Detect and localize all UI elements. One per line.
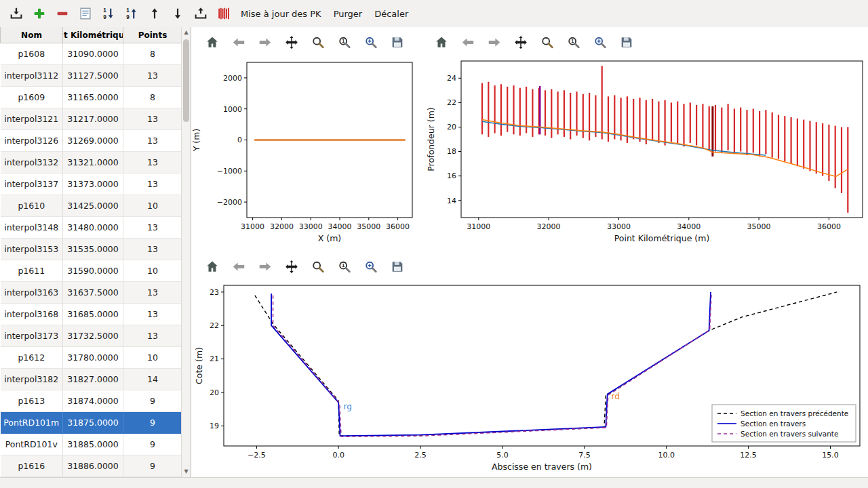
home-button[interactable] xyxy=(202,32,222,52)
table-row[interactable]: interpol316331637.500013 xyxy=(1,282,182,304)
update-pk-button[interactable]: Mise à jour des PK xyxy=(235,3,328,24)
table-cell: 31090.0000 xyxy=(63,43,123,65)
table-row[interactable]: p160831090.00008 xyxy=(1,43,182,65)
save-button[interactable] xyxy=(616,32,637,52)
save-icon xyxy=(390,34,405,51)
svg-text:33000: 33000 xyxy=(299,222,323,231)
table-cell: p1610 xyxy=(1,195,63,217)
cross-section-chart[interactable]: −2.50.02.55.07.510.012.515.01920212223Ab… xyxy=(191,281,868,477)
zoom-button[interactable] xyxy=(537,32,557,52)
shift-button[interactable]: Décaler xyxy=(368,3,414,24)
main-toolbar: 1919 Mise à jour des PK Purger Décaler xyxy=(0,0,868,27)
home-button[interactable] xyxy=(202,256,222,277)
zoom-original-button[interactable]: 1 xyxy=(334,256,355,277)
svg-text:Y (m): Y (m) xyxy=(191,129,201,152)
table-row[interactable]: p161031425.000010 xyxy=(1,195,182,217)
scrollbar-thumb[interactable] xyxy=(183,39,189,122)
table-cell: interpol3173 xyxy=(1,325,63,347)
pan-icon xyxy=(284,258,299,275)
move-down-button[interactable] xyxy=(167,3,189,24)
forward-button[interactable] xyxy=(484,32,505,52)
svg-text:5.0: 5.0 xyxy=(496,451,509,460)
zoom-button[interactable] xyxy=(308,32,328,52)
table-cell: p1611 xyxy=(1,260,63,282)
zoom-original-button[interactable]: 1 xyxy=(334,32,355,52)
save-button[interactable] xyxy=(387,32,408,52)
longitudinal-profile-chart[interactable]: 3100032000330003400035000360001416182022… xyxy=(420,57,868,251)
sort-asc-button[interactable]: 19 xyxy=(121,3,142,24)
pan-button[interactable] xyxy=(281,256,302,277)
table-cell: 8 xyxy=(123,87,182,108)
save-button[interactable] xyxy=(387,256,408,277)
table-row[interactable]: interpol312131217.000013 xyxy=(1,108,182,130)
purge-button[interactable]: Purger xyxy=(328,3,369,24)
cross-section-plot-toolbar: 1 xyxy=(191,251,868,281)
table-row[interactable]: PontRD101v31885.00009 xyxy=(1,434,182,455)
scroll-down-button[interactable]: ▼ xyxy=(182,467,191,476)
svg-text:32000: 32000 xyxy=(537,222,561,231)
home-button[interactable] xyxy=(431,32,452,52)
sort-desc-button[interactable]: 19 xyxy=(98,3,119,24)
table-row[interactable]: p160931165.00008 xyxy=(1,87,182,108)
svg-text:9: 9 xyxy=(126,14,130,20)
zoom-original-button[interactable]: 1 xyxy=(564,32,584,52)
export-button[interactable] xyxy=(190,3,212,24)
table-cell: p1616 xyxy=(1,455,63,477)
svg-text:20: 20 xyxy=(210,388,219,397)
table-cell: 13 xyxy=(123,325,182,347)
plan-chart[interactable]: 310003200033000340003500036000−2000−1000… xyxy=(191,57,420,251)
forward-button[interactable] xyxy=(255,256,275,277)
back-button[interactable] xyxy=(458,32,478,52)
column-header[interactable]: Nom xyxy=(1,27,63,43)
svg-text:Section en travers précédente: Section en travers précédente xyxy=(741,409,848,418)
table-row[interactable]: interpol318231827.000014 xyxy=(1,369,182,390)
column-header[interactable]: t Kilométriqu xyxy=(63,27,123,43)
remove-button[interactable] xyxy=(52,3,73,24)
move-up-button[interactable] xyxy=(144,3,165,24)
table-row[interactable]: p161131590.000010 xyxy=(1,260,182,282)
form-button[interactable] xyxy=(75,3,96,24)
table-scrollbar[interactable]: ▲ ▼ xyxy=(181,27,191,477)
zoom-button[interactable] xyxy=(308,256,328,277)
svg-text:33000: 33000 xyxy=(607,222,631,231)
table-row[interactable]: interpol315331535.000013 xyxy=(1,239,182,260)
forward-button[interactable] xyxy=(255,32,275,52)
zoom-rect-button[interactable] xyxy=(361,32,381,52)
column-header[interactable]: Points xyxy=(123,27,182,43)
svg-text:16: 16 xyxy=(447,171,456,180)
table-row[interactable]: interpol313731373.000013 xyxy=(1,174,182,195)
table-cell: 31590.0000 xyxy=(63,260,123,282)
sections-button[interactable] xyxy=(213,3,235,24)
table-row[interactable]: p161331874.00009 xyxy=(1,390,182,412)
svg-text:31000: 31000 xyxy=(467,222,490,231)
table-cell: PontRD101v xyxy=(1,434,63,455)
import-button[interactable] xyxy=(5,3,27,24)
table-cell: 13 xyxy=(123,130,182,152)
table-row[interactable]: interpol317331732.500013 xyxy=(1,325,182,347)
table-row[interactable]: interpol313231321.000013 xyxy=(1,152,182,174)
pan-button[interactable] xyxy=(281,32,302,52)
table-row[interactable]: interpol311231127.500013 xyxy=(1,65,182,87)
table-row[interactable]: p161231780.000010 xyxy=(1,347,182,369)
table-row[interactable]: interpol316831685.000013 xyxy=(1,304,182,325)
svg-text:1: 1 xyxy=(103,7,106,14)
table-row[interactable]: p161631886.00009 xyxy=(1,455,182,477)
table-header-row: Nomt KilométriquPoints xyxy=(1,27,182,43)
cross-section-panel: 1 −2.50.02.55.07.510.012.515.01920212223… xyxy=(191,251,868,477)
table-cell: 31217.0000 xyxy=(63,108,123,130)
pan-button[interactable] xyxy=(511,32,531,52)
svg-text:14: 14 xyxy=(447,197,456,205)
zoom-rect-button[interactable] xyxy=(590,32,610,52)
svg-text:35000: 35000 xyxy=(357,222,380,231)
back-button[interactable] xyxy=(229,32,249,52)
back-button[interactable] xyxy=(229,256,249,277)
table-row[interactable]: PontRD101m31875.00009 xyxy=(1,412,182,434)
table-row[interactable]: interpol312631269.000013 xyxy=(1,130,182,152)
zoom-rect-button[interactable] xyxy=(361,256,381,277)
table-row[interactable]: interpol314831480.000013 xyxy=(1,217,182,239)
forward-icon xyxy=(258,258,273,275)
table-cell: 14 xyxy=(123,369,182,390)
add-button[interactable] xyxy=(28,3,50,24)
table-cell: 10 xyxy=(123,347,182,369)
scroll-up-button[interactable]: ▲ xyxy=(182,28,191,37)
